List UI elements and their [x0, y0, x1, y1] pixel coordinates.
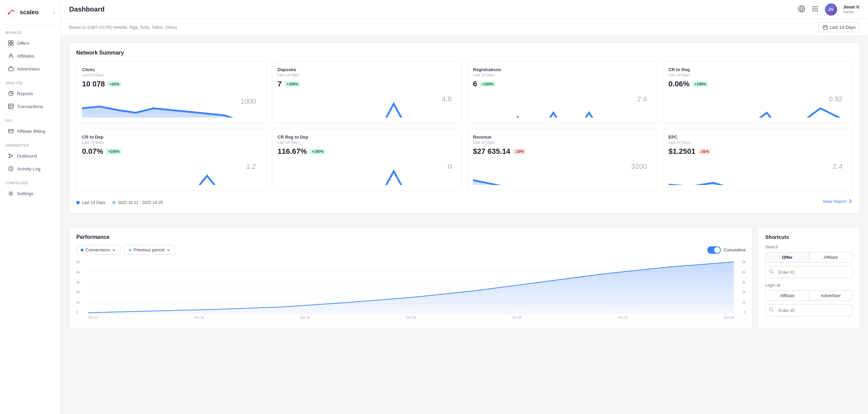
svg-point-23 [812, 6, 814, 7]
x-label-6: Oct 22 [618, 316, 628, 319]
pie-icon [8, 91, 14, 96]
login-tab-affiliate[interactable]: Affiliate [766, 291, 809, 301]
section-label-configure: CONFIGURE [0, 175, 61, 187]
login-tab-advertiser-label: Advertiser [821, 293, 841, 298]
search-icon [766, 266, 777, 278]
legend-dot-1 [76, 201, 80, 204]
performance-chart-svg [88, 260, 734, 314]
collapse-button[interactable]: ‹ [53, 9, 55, 16]
globe-icon[interactable] [798, 5, 805, 14]
performance-card: Performance Conversions Previous period [69, 227, 753, 328]
sidebar-item-settings[interactable]: Settings [3, 187, 58, 200]
search-tab-affiliate[interactable]: Affiliate [809, 252, 853, 262]
sidebar-item-label-reports: Reports [17, 91, 33, 96]
y-right-3k: 3k [734, 281, 746, 284]
conversions-dropdown[interactable]: Conversions [76, 245, 120, 255]
user-icon [8, 53, 14, 59]
login-as-label: Login as [765, 283, 853, 288]
section-label-administer: ADMINISTER [0, 138, 61, 149]
metric-label-cr-to-dep: CR to Dep [82, 134, 261, 140]
svg-point-29 [812, 10, 814, 12]
x-label-3: Oct 16 [300, 316, 310, 319]
sidebar-item-outbound[interactable]: Outbound [3, 150, 58, 162]
x-axis-labels: Oct 12 Oct 14 Oct 16 Oct 18 Oct 20 Oct 2… [88, 316, 734, 319]
send-icon [8, 153, 14, 159]
svg-point-31 [816, 10, 818, 12]
cumulative-toggle[interactable] [707, 246, 721, 254]
metric-epc: EPC Last 14 Days $1.2501 -31% 2.4 0 [663, 129, 853, 191]
sidebar-item-transactions[interactable]: Transactions [3, 100, 58, 112]
login-id-input[interactable] [777, 305, 852, 316]
sidebar-item-label-advertisers: Advertisers [17, 66, 40, 71]
sidebar-item-advertisers[interactable]: Advertisers [3, 63, 58, 75]
content-area: Based on (GMT+02:00) Helsinki, Riga, Sof… [61, 19, 868, 414]
svg-line-59 [772, 311, 774, 312]
sidebar-item-offers[interactable]: Offers [3, 37, 58, 49]
svg-text:2.4: 2.4 [833, 162, 843, 170]
y-label-1k: 1k [76, 301, 88, 304]
date-range-label: Last 14 Days [830, 25, 855, 30]
y-axis-left: 5k 4k 3k 2k 1k 0 [76, 260, 88, 321]
metric-value-row-revenue: $27 635.14 -19% [473, 147, 652, 156]
calendar-icon [823, 25, 828, 30]
sidebar-item-reports[interactable]: Reports [3, 87, 58, 100]
metric-cr-to-reg: CR to Reg Last 14 Days 0.06% +100% 0.92 … [663, 61, 853, 123]
sidebar-item-affiliates[interactable]: Affiliates [3, 50, 58, 62]
previous-period-dot [129, 249, 132, 251]
avatar[interactable]: JV [825, 3, 837, 16]
timezone-text: Based on (GMT+02:00) Helsinki, Riga, Sof… [69, 25, 177, 30]
cumulative-label: Cumulative [724, 247, 746, 252]
svg-line-57 [772, 272, 774, 274]
metrics-row-1: Clicks Last 14 Days 10 078 +22% 1000 [76, 61, 853, 123]
legend-label-2: 2022-10-12 - 2022-10-25 [118, 200, 163, 205]
sidebar-item-affiliate-billing[interactable]: Affiliate Billing [3, 125, 58, 137]
y-label-3k: 3k [76, 281, 88, 284]
metric-value-deposits: 7 [278, 80, 282, 88]
apps-icon[interactable] [811, 5, 819, 14]
x-label-7: Oct 24 [724, 316, 734, 319]
y-axis-right: 5k 4k 3k 2k 1k 0 [734, 260, 746, 321]
timezone-bar: Based on (GMT+02:00) Helsinki, Riga, Sof… [61, 19, 868, 36]
x-label-4: Oct 18 [406, 316, 416, 319]
metric-period-deposits: Last 14 Days [278, 73, 456, 77]
search-tab-offer[interactable]: Offer [766, 252, 809, 262]
topbar-right: JV Joost V. Admin [798, 3, 860, 16]
login-tab-advertiser[interactable]: Advertiser [809, 291, 853, 301]
metric-value-row-cr-to-dep: 0.07% +100% [82, 147, 261, 156]
svg-point-28 [816, 8, 818, 9]
metric-value-clicks: 10 078 [82, 80, 105, 88]
view-report-link[interactable]: View Report [823, 199, 853, 204]
svg-rect-5 [11, 43, 13, 45]
toggle-knob [714, 247, 720, 253]
y-label-4k: 4k [76, 270, 88, 274]
chart-deposits: 4.8 0 [278, 90, 456, 118]
metric-label-revenue: Revenue [473, 134, 652, 140]
grid-icon [8, 40, 14, 46]
search-id-input[interactable] [777, 267, 852, 277]
metric-label-deposits: Deposits [278, 67, 456, 72]
sidebar-item-label-offers: Offers [17, 41, 29, 46]
metric-label-clicks: Clicks [82, 67, 261, 72]
svg-text:0: 0 [448, 162, 452, 170]
cumulative-toggle-row: Cumulative [707, 246, 746, 254]
svg-rect-4 [8, 43, 11, 45]
metric-badge-clicks: +22% [107, 81, 121, 87]
user-info: Joost V. Admin [843, 4, 860, 14]
svg-point-6 [10, 54, 12, 56]
previous-period-dropdown[interactable]: Previous period [124, 245, 175, 255]
date-range-button[interactable]: Last 14 Days [818, 22, 860, 32]
sidebar-item-activity-log[interactable]: Activity Log [3, 163, 58, 175]
svg-text:0.92: 0.92 [829, 95, 843, 103]
metric-badge-registrations: +100% [480, 81, 496, 87]
svg-rect-9 [8, 104, 13, 109]
metric-badge-cr-to-dep: +100% [106, 149, 122, 154]
y-right-2k: 2k [734, 290, 746, 294]
clock-icon [8, 166, 14, 171]
chart-cr-to-dep: 1.2 0 [82, 158, 261, 185]
performance-title: Performance [76, 234, 746, 240]
metric-label-registrations: Registrations [473, 67, 652, 72]
metric-value-row-epc: $1.2501 -31% [669, 147, 847, 156]
svg-rect-3 [11, 41, 13, 43]
svg-point-27 [814, 8, 816, 9]
chart-registrations: 2.4 0 [473, 90, 652, 118]
